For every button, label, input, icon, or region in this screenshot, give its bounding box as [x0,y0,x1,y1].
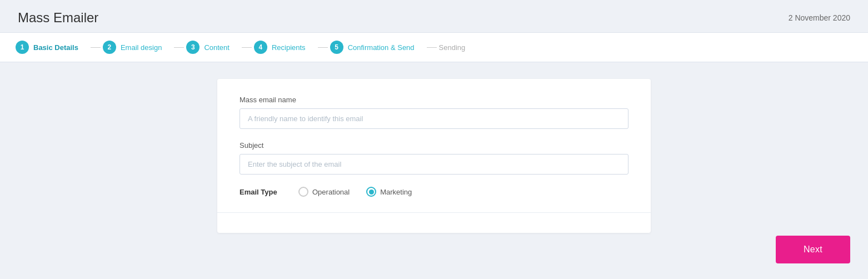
subject-input[interactable] [240,154,628,175]
radio-circle-marketing [366,187,376,197]
wizard-step-basic-details[interactable]: 1 Basic Details [16,41,88,54]
step-badge-2: 2 [103,41,116,54]
mass-email-name-group: Mass email name [240,96,628,129]
step-label-confirmation-send: Confirmation & Send [348,43,415,52]
mass-email-name-label: Mass email name [240,96,628,104]
main-content: Mass email name Subject Email Type Opera… [0,62,868,244]
page-date: 2 November 2020 [789,13,850,22]
page-title: Mass Emailer [18,10,98,26]
step-label-content: Content [204,43,230,52]
wizard-divider-4 [318,47,328,48]
page-wrapper: Mass Emailer 2 November 2020 1 Basic Det… [0,0,868,279]
form-card: Mass email name Subject Email Type Opera… [217,79,651,233]
radio-operational[interactable]: Operational [298,187,350,197]
step-label-basic-details: Basic Details [33,43,78,52]
wizard-step-confirmation-send[interactable]: 5 Confirmation & Send [330,41,425,54]
step-label-email-design: Email design [121,43,162,52]
page-header: Mass Emailer 2 November 2020 [0,0,868,32]
wizard-divider-5 [427,47,437,48]
radio-marketing[interactable]: Marketing [366,187,412,197]
step-label-recipients: Recipients [272,43,306,52]
wizard-divider-1 [91,47,101,48]
subject-label: Subject [240,141,628,150]
step-badge-5: 5 [330,41,343,54]
mass-email-name-input[interactable] [240,108,628,129]
wizard-divider-2 [174,47,184,48]
radio-circle-operational [298,187,308,197]
form-divider [217,212,651,213]
radio-marketing-label: Marketing [380,188,412,196]
wizard-bar: 1 Basic Details 2 Email design 3 Content… [0,32,868,62]
wizard-step-sending[interactable]: Sending [439,43,476,52]
email-type-label: Email Type [240,188,290,196]
next-button[interactable]: Next [776,236,850,263]
radio-operational-label: Operational [312,188,350,196]
wizard-step-recipients[interactable]: 4 Recipients [254,41,316,54]
email-type-row: Email Type Operational Marketing [240,187,628,197]
step-badge-4: 4 [254,41,267,54]
wizard-step-content[interactable]: 3 Content [186,41,240,54]
step-badge-3: 3 [186,41,199,54]
step-label-sending: Sending [439,43,466,52]
step-badge-1: 1 [16,41,29,54]
subject-group: Subject [240,141,628,175]
wizard-step-email-design[interactable]: 2 Email design [103,41,172,54]
wizard-divider-3 [242,47,252,48]
